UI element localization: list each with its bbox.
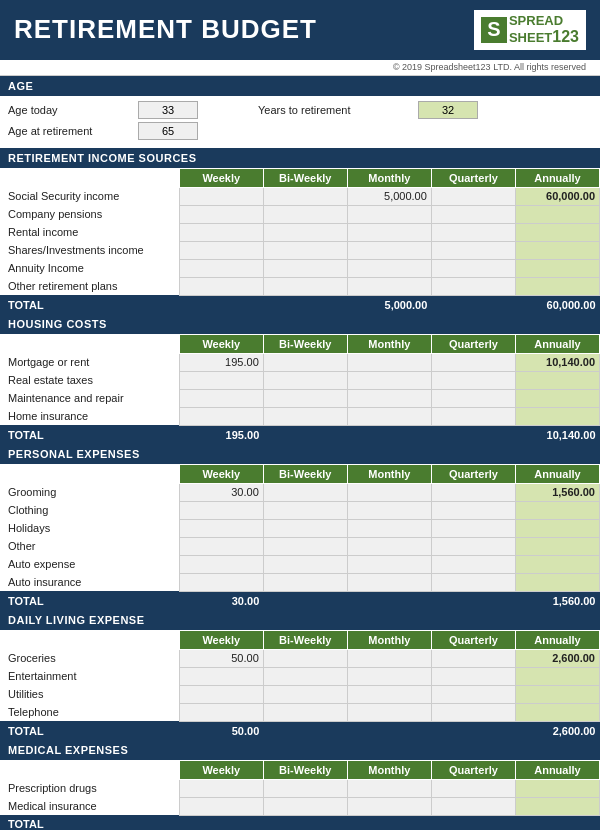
cell-biweekly[interactable] [263, 407, 347, 425]
cell-annually[interactable] [515, 241, 599, 259]
cell-weekly[interactable] [179, 685, 263, 703]
cell-weekly[interactable] [179, 371, 263, 389]
cell-weekly[interactable] [179, 205, 263, 223]
cell-biweekly[interactable] [263, 277, 347, 295]
cell-weekly[interactable] [179, 407, 263, 425]
cell-biweekly[interactable] [263, 205, 347, 223]
age-at-retirement-input[interactable] [138, 122, 198, 140]
cell-biweekly[interactable] [263, 649, 347, 667]
cell-quarterly[interactable] [431, 259, 515, 277]
cell-biweekly[interactable] [263, 797, 347, 815]
cell-weekly[interactable] [179, 573, 263, 591]
cell-quarterly[interactable] [431, 483, 515, 501]
cell-monthly[interactable] [347, 205, 431, 223]
cell-biweekly[interactable] [263, 537, 347, 555]
cell-monthly[interactable] [347, 277, 431, 295]
cell-weekly[interactable] [179, 519, 263, 537]
cell-monthly[interactable] [347, 555, 431, 573]
cell-annually[interactable] [515, 519, 599, 537]
cell-monthly[interactable] [347, 685, 431, 703]
cell-biweekly[interactable] [263, 685, 347, 703]
cell-biweekly[interactable] [263, 483, 347, 501]
cell-biweekly[interactable] [263, 519, 347, 537]
cell-quarterly[interactable] [431, 685, 515, 703]
cell-quarterly[interactable] [431, 779, 515, 797]
cell-weekly[interactable] [179, 703, 263, 721]
cell-monthly[interactable] [347, 501, 431, 519]
cell-quarterly[interactable] [431, 277, 515, 295]
cell-quarterly[interactable] [431, 407, 515, 425]
cell-annually[interactable] [515, 685, 599, 703]
cell-annually[interactable] [515, 501, 599, 519]
cell-monthly[interactable] [347, 241, 431, 259]
cell-biweekly[interactable] [263, 555, 347, 573]
cell-annually[interactable]: 60,000.00 [515, 187, 599, 205]
cell-quarterly[interactable] [431, 353, 515, 371]
cell-quarterly[interactable] [431, 501, 515, 519]
cell-weekly[interactable] [179, 537, 263, 555]
cell-quarterly[interactable] [431, 703, 515, 721]
cell-annually[interactable] [515, 223, 599, 241]
cell-quarterly[interactable] [431, 667, 515, 685]
cell-weekly[interactable] [179, 555, 263, 573]
cell-biweekly[interactable] [263, 667, 347, 685]
cell-annually[interactable]: 2,600.00 [515, 649, 599, 667]
cell-annually[interactable] [515, 277, 599, 295]
cell-monthly[interactable] [347, 537, 431, 555]
cell-quarterly[interactable] [431, 389, 515, 407]
cell-biweekly[interactable] [263, 259, 347, 277]
cell-annually[interactable]: 1,560.00 [515, 483, 599, 501]
cell-monthly[interactable] [347, 353, 431, 371]
cell-weekly[interactable] [179, 277, 263, 295]
cell-weekly[interactable]: 50.00 [179, 649, 263, 667]
cell-monthly[interactable]: 5,000.00 [347, 187, 431, 205]
cell-weekly[interactable] [179, 187, 263, 205]
cell-annually[interactable] [515, 205, 599, 223]
cell-weekly[interactable] [179, 501, 263, 519]
cell-quarterly[interactable] [431, 573, 515, 591]
cell-weekly[interactable] [179, 223, 263, 241]
cell-biweekly[interactable] [263, 501, 347, 519]
age-today-input[interactable] [138, 101, 198, 119]
cell-annually[interactable] [515, 407, 599, 425]
cell-monthly[interactable] [347, 223, 431, 241]
cell-quarterly[interactable] [431, 205, 515, 223]
cell-quarterly[interactable] [431, 649, 515, 667]
cell-annually[interactable]: 10,140.00 [515, 353, 599, 371]
cell-quarterly[interactable] [431, 241, 515, 259]
cell-weekly[interactable] [179, 797, 263, 815]
cell-quarterly[interactable] [431, 371, 515, 389]
cell-weekly[interactable]: 30.00 [179, 483, 263, 501]
cell-monthly[interactable] [347, 649, 431, 667]
cell-annually[interactable] [515, 797, 599, 815]
cell-monthly[interactable] [347, 779, 431, 797]
cell-monthly[interactable] [347, 573, 431, 591]
cell-biweekly[interactable] [263, 703, 347, 721]
cell-quarterly[interactable] [431, 519, 515, 537]
cell-quarterly[interactable] [431, 223, 515, 241]
cell-biweekly[interactable] [263, 353, 347, 371]
cell-quarterly[interactable] [431, 537, 515, 555]
cell-weekly[interactable]: 195.00 [179, 353, 263, 371]
cell-quarterly[interactable] [431, 187, 515, 205]
cell-biweekly[interactable] [263, 371, 347, 389]
cell-annually[interactable] [515, 779, 599, 797]
cell-annually[interactable] [515, 667, 599, 685]
cell-biweekly[interactable] [263, 389, 347, 407]
cell-monthly[interactable] [347, 703, 431, 721]
cell-biweekly[interactable] [263, 223, 347, 241]
cell-biweekly[interactable] [263, 779, 347, 797]
cell-annually[interactable] [515, 389, 599, 407]
cell-biweekly[interactable] [263, 573, 347, 591]
cell-annually[interactable] [515, 573, 599, 591]
cell-monthly[interactable] [347, 667, 431, 685]
cell-monthly[interactable] [347, 389, 431, 407]
years-to-retirement-input[interactable] [418, 101, 478, 119]
cell-monthly[interactable] [347, 797, 431, 815]
cell-monthly[interactable] [347, 519, 431, 537]
cell-weekly[interactable] [179, 241, 263, 259]
cell-monthly[interactable] [347, 371, 431, 389]
cell-monthly[interactable] [347, 407, 431, 425]
cell-biweekly[interactable] [263, 241, 347, 259]
cell-quarterly[interactable] [431, 797, 515, 815]
